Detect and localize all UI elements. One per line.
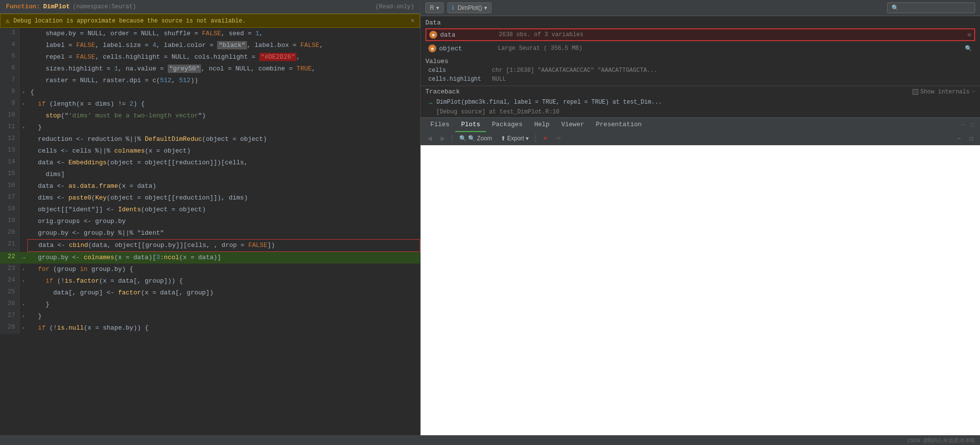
line-content: } xyxy=(27,122,420,134)
show-internals-checkbox[interactable]: Show internals − xyxy=(913,89,975,95)
data-row-data[interactable]: ◉ data 2638 obs. of 3 variables ⊞ xyxy=(425,28,975,41)
checkbox-icon[interactable] xyxy=(913,89,918,95)
collapse-icon[interactable]: ▾ xyxy=(20,275,27,287)
code-line-17: 17 dims <- paste0(Key(object = object[[r… xyxy=(0,192,420,204)
magnify-icon[interactable]: 🔍 xyxy=(965,45,972,52)
warning-bar: ⚠ Debug location is approximate because … xyxy=(0,14,420,28)
close-icon[interactable]: × xyxy=(411,17,415,25)
dimplot-dropdown-button[interactable]: ℹ DimPlot() ▾ xyxy=(447,2,491,13)
data-section: Data ◉ data 2638 obs. of 3 variables ⊞ ◉… xyxy=(421,16,980,55)
tab-packages[interactable]: Packages xyxy=(486,118,528,132)
function-namespace: (namespace:Seurat) xyxy=(73,3,136,10)
tab-presentation[interactable]: Presentation xyxy=(590,118,647,132)
collapse-icon[interactable]: ▾ xyxy=(20,87,27,98)
line-number: 19 xyxy=(0,216,20,227)
code-line-20: 20 group.by <- group.by %||% "ident" xyxy=(0,227,420,239)
data-section-label: Data xyxy=(425,19,975,26)
tab-files[interactable]: Files xyxy=(424,118,455,132)
code-line-19: 19 orig.groups <- group.by xyxy=(0,216,420,227)
r-dropdown-button[interactable]: R ▾ xyxy=(425,2,444,13)
r-label: R xyxy=(430,4,434,11)
line-fold-icon xyxy=(20,180,27,192)
line-content: dims] xyxy=(27,169,420,180)
minimize-icon[interactable]: − xyxy=(972,89,975,95)
forward-button[interactable]: ▶ xyxy=(438,134,448,143)
code-line-5: 5 repel = FALSE, cells.highlight = NULL,… xyxy=(0,51,420,63)
brush-button[interactable]: ✏ xyxy=(554,134,564,143)
line-content: if (!is.factor(x = data[, group])) { xyxy=(27,275,420,287)
plots-minimize-icon[interactable]: − xyxy=(955,134,964,143)
line-content: for (group in group.by) { xyxy=(27,264,420,275)
tab-viewer[interactable]: Viewer xyxy=(556,118,590,132)
export-button[interactable]: ⬆ Export ▾ xyxy=(498,134,532,143)
object-icon: ◉ xyxy=(428,44,436,52)
code-line-26: 26 ▾ } xyxy=(0,299,420,311)
collapse-icon[interactable]: ▾ xyxy=(20,264,27,275)
line-content: } xyxy=(27,299,420,311)
code-line-23: 23 ▾ for (group in group.by) { xyxy=(0,264,420,275)
code-line-7: 7 raster = NULL, raster.dpi = c(512, 512… xyxy=(0,75,420,87)
line-fold-icon xyxy=(20,157,27,169)
collapse-icon[interactable]: ▾ xyxy=(20,311,27,322)
plots-maximize-icon[interactable]: □ xyxy=(967,134,976,143)
data-row-desc: 2638 obs. of 3 variables xyxy=(499,31,968,38)
value-name-cells: cells xyxy=(428,67,492,74)
right-bottom-panel: Files Plots Packages Help Viewer Present… xyxy=(421,117,980,435)
readonly-label: (Read-only) xyxy=(376,3,414,10)
dimplot-label: DimPlot() xyxy=(458,4,482,11)
line-content: object[["ident"]] <- Idents(object = obj… xyxy=(27,204,420,216)
object-row-name: object xyxy=(439,45,498,52)
footer: CSDN @我的心永远是冰冰哒 xyxy=(0,435,980,445)
zoom-label: 🔍 Zoom xyxy=(468,135,492,142)
collapse-icon[interactable]: ▾ xyxy=(20,98,27,110)
line-number: 20 xyxy=(0,227,20,239)
data-row-name: data xyxy=(440,31,499,39)
brush-icon: ✏ xyxy=(557,135,561,142)
line-number: 27 xyxy=(0,311,20,322)
line-fold-icon xyxy=(20,169,27,180)
r-dropdown-icon: ▾ xyxy=(436,4,439,11)
back-button[interactable]: ◀ xyxy=(424,134,435,143)
tab-help[interactable]: Help xyxy=(528,118,555,132)
line-number: 18 xyxy=(0,204,20,216)
traceback-arrow-icon: → xyxy=(428,99,432,107)
toolbar-separator-2 xyxy=(535,134,536,142)
line-number: 15 xyxy=(0,169,20,180)
code-line-14: 14 data <- Embeddings(object = object[[r… xyxy=(0,157,420,169)
line-number: 12 xyxy=(0,134,20,145)
minimize-panel-icon[interactable]: − xyxy=(959,121,967,130)
collapse-icon[interactable]: ▾ xyxy=(20,299,27,311)
line-number: 26 xyxy=(0,299,20,311)
value-row-cells: cells chr [1:2638] "AAACATACAACCAC" "AAA… xyxy=(425,66,975,75)
collapse-icon[interactable]: ▾ xyxy=(20,122,27,134)
line-fold-icon xyxy=(20,239,27,252)
line-content: group.by <- colnames(x = data)[3:ncol(x … xyxy=(27,252,420,264)
collapse-icon[interactable]: ▾ xyxy=(20,322,27,334)
line-number: 13 xyxy=(0,145,20,157)
maximize-panel-icon[interactable]: □ xyxy=(969,121,976,130)
line-number: 8 xyxy=(0,87,20,98)
code-line-15: 15 dims] xyxy=(0,169,420,180)
export-dropdown-icon: ▾ xyxy=(526,135,529,142)
zoom-button[interactable]: 🔍 🔍 Zoom xyxy=(456,134,495,143)
search-input[interactable] xyxy=(887,2,975,13)
line-number: 14 xyxy=(0,157,20,169)
object-row-desc: Large Seurat ( 356.5 MB) xyxy=(498,45,965,52)
function-keyword: Function: xyxy=(6,3,40,10)
tab-plots[interactable]: Plots xyxy=(455,118,486,132)
values-section: Values cells chr [1:2638] "AAACATACAACCA… xyxy=(421,56,980,86)
code-line-21: 21 data <- cbind(data, object[[group.by]… xyxy=(0,239,420,252)
line-content: group.by <- group.by %||% "ident" xyxy=(27,227,420,239)
code-line-25: 25 data[, group] <- factor(x = data[, gr… xyxy=(0,287,420,299)
code-line-3: 3 shape.by = NULL, order = NULL, shuffle… xyxy=(0,28,420,40)
grid-icon[interactable]: ⊞ xyxy=(968,31,971,39)
line-number: 3 xyxy=(0,28,20,40)
code-line-27: 27 ▾ } xyxy=(0,311,420,322)
delete-button[interactable]: ✕ xyxy=(540,134,551,143)
line-content: shape.by = NULL, order = NULL, shuffle =… xyxy=(27,28,420,40)
traceback-label: Traceback xyxy=(425,88,460,95)
line-fold-icon xyxy=(20,110,27,122)
line-fold-icon xyxy=(20,216,27,227)
data-row-object[interactable]: ◉ object Large Seurat ( 356.5 MB) 🔍 xyxy=(425,42,975,55)
traceback-section: Traceback Show internals − → DimPlot(pbm… xyxy=(421,86,980,117)
